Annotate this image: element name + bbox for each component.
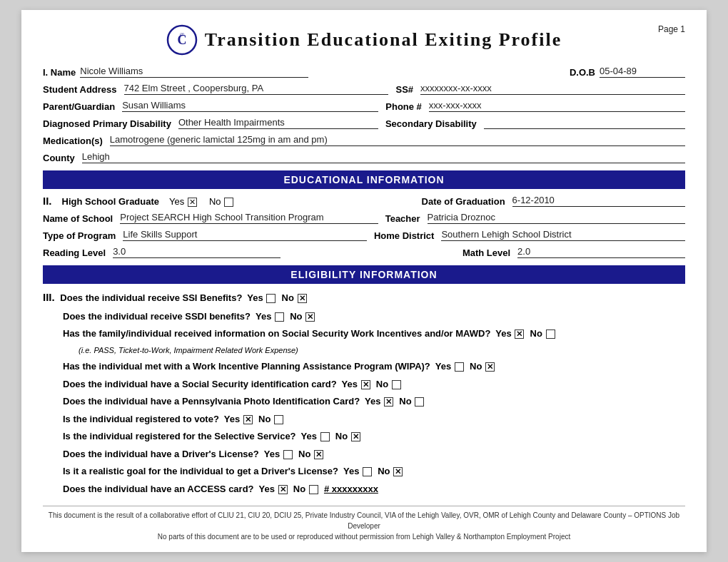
dob-value: 05-04-89: [600, 66, 685, 78]
q3-note: (i.e. PASS, Ticket-to-Work, Impairment R…: [79, 344, 685, 357]
elig-header: ELIGIBILITY INFORMATION: [43, 265, 685, 284]
grad-row: II. High School Graduate Yes No Date of …: [43, 195, 685, 207]
county-label: County: [43, 153, 75, 163]
q5-yes-checkbox: [361, 380, 370, 389]
footer-line1: This document is the result of a collabo…: [43, 510, 685, 531]
county-row: County Lehigh: [43, 151, 685, 163]
address-value: 742 Elm Street , Coopersburg, PA: [124, 83, 389, 95]
q7-row: Is the individual registered to vote? Ye…: [63, 412, 685, 426]
q5-row: Does the individual have a Social Securi…: [63, 377, 685, 392]
q2-row: Does the individual receive SSDI benefit…: [63, 310, 685, 324]
grad-date-label: Date of Graduation: [422, 196, 505, 207]
q3-text: Has the family/individual received infor…: [63, 328, 490, 339]
name-field-group: I. Name Nicole Williams: [43, 66, 308, 78]
q1-text: Does the individual receive SSI Benefits…: [60, 292, 242, 303]
school-label: Name of School: [43, 213, 113, 224]
medication-label: Medication(s): [43, 136, 103, 146]
q7-no-checkbox: [274, 415, 283, 424]
yes-text-grad: Yes: [169, 196, 184, 207]
math-label: Math Level: [462, 247, 510, 258]
county-value: Lehigh: [82, 151, 685, 163]
address-row: Student Address 742 Elm Street , Coopers…: [43, 83, 685, 95]
q6-text: Does the individual have a Pennsylvania …: [63, 396, 360, 407]
q4-yes-checkbox: [455, 362, 464, 372]
q4-text: Has the individual met with a Work Incen…: [63, 361, 430, 372]
reading-row: Reading Level 3.0 Math Level 2.0: [43, 246, 685, 258]
secondary-value: [484, 128, 685, 129]
reading-label: Reading Level: [43, 247, 106, 258]
medication-row: Medication(s) Lamotrogene (generic lamic…: [43, 134, 685, 146]
name-value: Nicole Williams: [80, 66, 308, 78]
phone-label: Phone #: [385, 101, 422, 112]
q4-no-checkbox: [485, 362, 495, 372]
q11-text: Does the individual have an ACCESS card?: [63, 484, 254, 494]
dob-label: D.O.B: [570, 67, 595, 78]
program-row: Type of Program Life Skills Support Home…: [43, 229, 685, 241]
grad-date-value: 6-12-2010: [512, 195, 685, 207]
q2-no-checkbox: [305, 312, 315, 322]
title-area: C @ Transition Educational Exiting Profi…: [43, 24, 685, 56]
disability-label: Diagnosed Primary Disability: [43, 118, 171, 129]
q10-no-checkbox: [393, 467, 403, 476]
q11-row: Does the individual have an ACCESS card?…: [63, 482, 685, 496]
q3-no-checkbox: [546, 329, 555, 339]
q10-text: Is it a realistic goal for the individua…: [63, 466, 338, 476]
medication-value: Lamotrogene (generic lamictal 125mg in a…: [110, 134, 685, 146]
secondary-label: Secondary Disability: [385, 118, 477, 129]
name-row: I. Name Nicole Williams D.O.B 05-04-89: [43, 66, 685, 78]
q1-row: III. Does the individual receive SSI Ben…: [43, 290, 685, 306]
footer-line2: No parts of this document are to be used…: [43, 531, 685, 542]
disability-row: Diagnosed Primary Disability Other Healt…: [43, 117, 685, 129]
q1-no-checkbox: [298, 294, 307, 303]
phone-value: xxx-xxx-xxxx: [429, 100, 685, 112]
guardian-label: Parent/Guardian: [43, 101, 115, 112]
ss-value: xxxxxxxx-xx-xxxx: [420, 83, 685, 95]
no-text-grad: No: [209, 196, 221, 207]
q11-hash: # xxxxxxxxx: [324, 484, 378, 494]
q2-text: Does the individual receive SSDI benefit…: [63, 311, 251, 322]
q6-yes-checkbox: [384, 397, 393, 407]
guardian-row: Parent/Guardian Susan Williams Phone # x…: [43, 100, 685, 112]
q10-row: Is it a realistic goal for the individua…: [63, 464, 685, 479]
q8-no-checkbox: [351, 432, 360, 441]
dob-field-group: D.O.B 05-04-89: [570, 66, 685, 78]
no-label-grad: No: [209, 196, 234, 207]
teacher-value: Patricia Droznoc: [428, 212, 685, 224]
edu-header: EDUCATIONAL INFORMATION: [43, 170, 685, 189]
main-title: Transition Educational Exiting Profile: [205, 29, 562, 51]
q9-text: Does the individual have a Driver's Lice…: [63, 449, 259, 459]
guardian-value: Susan Williams: [122, 100, 378, 112]
program-label: Type of Program: [43, 230, 116, 241]
reading-value: 3.0: [113, 246, 280, 258]
q8-text: Is the individual registered for the Sel…: [63, 431, 296, 441]
q10-yes-checkbox: [363, 467, 372, 476]
q11-yes-checkbox: [278, 485, 288, 494]
school-row: Name of School Project SEARCH High Schoo…: [43, 212, 685, 224]
yes-checkbox-grad: [188, 198, 197, 207]
q1-yes-checkbox: [266, 294, 275, 303]
teacher-label: Teacher: [385, 213, 420, 224]
svg-text:@: @: [180, 31, 185, 37]
section-iii-label: III.: [43, 291, 55, 303]
q6-no-checkbox: [415, 397, 424, 407]
grad-label: High School Graduate: [62, 196, 160, 207]
school-value: Project SEARCH High School Transition Pr…: [120, 212, 378, 224]
q8-yes-checkbox: [320, 432, 330, 441]
q7-text: Is the individual registered to vote?: [63, 414, 219, 424]
yes-label-grad: Yes: [169, 196, 198, 207]
q9-row: Does the individual have a Driver's Lice…: [63, 447, 685, 461]
q3-row: Has the family/individual received infor…: [63, 327, 685, 341]
page-number: Page 1: [658, 24, 685, 34]
q5-no-checkbox: [392, 380, 401, 389]
q9-yes-checkbox: [283, 450, 293, 459]
q3-yes-checkbox: [515, 329, 524, 339]
disability-value: Other Health Impairments: [178, 117, 378, 129]
home-district-value: Southern Lehigh School District: [441, 229, 685, 241]
page: Page 1 C @ Transition Educational Exitin…: [21, 10, 707, 552]
logo-icon: C @: [166, 24, 198, 56]
q8-row: Is the individual registered for the Sel…: [63, 429, 685, 444]
q6-row: Does the individual have a Pennsylvania …: [63, 394, 685, 409]
q2-yes-checkbox: [275, 312, 284, 322]
footer: This document is the result of a collabo…: [43, 506, 685, 542]
program-value: Life Skills Support: [123, 229, 367, 241]
